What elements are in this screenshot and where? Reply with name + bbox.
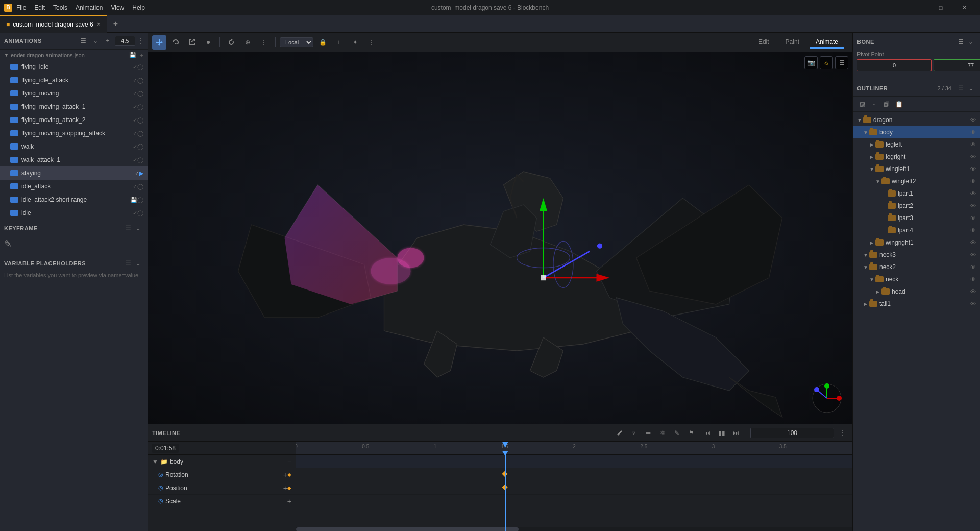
anim-item-flying-moving-stopping[interactable]: flying_moving_stopping_attack ✓ ◯	[0, 127, 148, 140]
minimize-button[interactable]: −	[905, 0, 929, 15]
anim-item-flying-idle[interactable]: flying_idle ✓ ◯	[0, 60, 148, 74]
outliner-item-lpart2[interactable]: lpart2 👁	[853, 200, 980, 212]
keyframe-menu-icon[interactable]: ☰	[123, 223, 133, 233]
anim-play-icon[interactable]: ◯	[137, 117, 143, 124]
file-add-icon[interactable]: +	[140, 52, 143, 58]
outliner-collapse-icon[interactable]: ⌄	[966, 83, 976, 93]
outliner-paste-icon[interactable]: 📋	[894, 99, 904, 109]
reset-tool-button[interactable]	[224, 35, 238, 50]
tail1-visibility-icon[interactable]: 👁	[970, 301, 976, 307]
dragon-visibility-icon[interactable]: 👁	[970, 117, 976, 123]
outliner-item-wingleft2[interactable]: ▼ wingleft2 👁	[853, 175, 980, 187]
anim-item-idle-attack[interactable]: idle_attack ✓ ◯	[0, 180, 148, 193]
anim-play-icon[interactable]: ◯	[137, 183, 143, 190]
scale-add-keyframe-button[interactable]: +	[287, 497, 291, 505]
anim-item-walk[interactable]: walk ✓ ◯	[0, 140, 148, 153]
outliner-copy-icon[interactable]: 🗐	[881, 99, 892, 109]
pause-button[interactable]: ▮▮	[716, 427, 728, 439]
viewport-image-button[interactable]: 📷	[804, 56, 818, 69]
add-animation-button[interactable]: +	[103, 36, 113, 46]
keyframe-pencil-icon[interactable]: ✎	[4, 239, 12, 249]
lpart3-visibility-icon[interactable]: 👁	[970, 215, 976, 221]
new-tab-button[interactable]: +	[107, 19, 124, 29]
anim-play-icon[interactable]: ◯	[137, 104, 143, 110]
maximize-button[interactable]: □	[929, 0, 952, 15]
lock-tool-button[interactable]: 🔒	[315, 35, 330, 50]
outliner-history-icon[interactable]: ◦	[869, 99, 879, 109]
timeline-rotation-row[interactable]: ◎ Rotation + ◆	[148, 468, 296, 481]
outliner-item-legleft[interactable]: ► legleft 👁	[853, 138, 980, 151]
outliner-item-neck3[interactable]: ▼ neck3 👁	[853, 249, 980, 261]
anim-check-icon[interactable]: ✓	[133, 157, 137, 163]
position-keyframe-icon[interactable]: ◆	[287, 485, 291, 491]
outliner-item-neck[interactable]: ▼ neck 👁	[853, 273, 980, 285]
anim-play-icon[interactable]: ◯	[137, 64, 143, 70]
active-tab[interactable]: ■ custom_model dragon save 6 ✕	[0, 15, 107, 33]
tab-close-icon[interactable]: ✕	[96, 21, 101, 27]
outliner-item-lpart3[interactable]: lpart3 👁	[853, 212, 980, 224]
outliner-view-icon[interactable]: ▨	[857, 99, 867, 109]
anim-check-icon[interactable]: ✓	[133, 143, 137, 150]
variables-menu-icon[interactable]: ☰	[123, 258, 133, 269]
anim-play-icon[interactable]: ◯	[137, 130, 143, 137]
anim-item-staying[interactable]: staying ✓ ▶	[0, 166, 148, 180]
keyframe-collapse-icon[interactable]: ⌄	[133, 223, 143, 233]
close-button[interactable]: ✕	[952, 0, 976, 15]
outliner-item-neck2[interactable]: ▼ neck2 👁	[853, 261, 980, 273]
neck2-visibility-icon[interactable]: 👁	[970, 264, 976, 270]
anim-play-icon[interactable]: ◯	[137, 143, 143, 150]
timeline-align-icon[interactable]: ═	[642, 427, 654, 439]
timeline-body-row[interactable]: ▼ 📁 body −	[148, 455, 296, 468]
body-expand-icon[interactable]: ▼	[152, 458, 158, 465]
grid-tool-button[interactable]: ✦	[348, 35, 362, 50]
tab-edit[interactable]: Edit	[752, 36, 775, 49]
bone-collapse-icon[interactable]: ⌄	[966, 37, 976, 47]
anim-item-walk-attack[interactable]: walk_attack_1 ✓ ◯	[0, 153, 148, 166]
menu-animation[interactable]: Animation	[76, 4, 103, 11]
more-options-button[interactable]: ⋮	[364, 35, 379, 50]
anim-check-icon[interactable]: 💾	[130, 197, 137, 203]
rotation-keyframe-icon[interactable]: ◆	[287, 472, 291, 477]
tab-animate[interactable]: Animate	[810, 36, 844, 49]
anim-item-flying-moving[interactable]: flying_moving ✓ ◯	[0, 87, 148, 100]
menu-tools[interactable]: Tools	[53, 4, 67, 11]
play-to-end-button[interactable]: ⏭	[730, 427, 742, 439]
play-to-start-button[interactable]: ⏮	[701, 427, 714, 439]
anim-item-flying-moving-attack2[interactable]: flying_moving_attack_2 ✓ ◯	[0, 113, 148, 127]
more-tool-button[interactable]: ⋮	[257, 35, 271, 50]
menu-edit[interactable]: Edit	[34, 4, 45, 11]
head-visibility-icon[interactable]: 👁	[970, 288, 976, 295]
pivot-x-input[interactable]	[857, 59, 932, 71]
pivot-y-input[interactable]	[934, 59, 980, 71]
legright-visibility-icon[interactable]: 👁	[970, 154, 976, 160]
anim-play-icon[interactable]: ▶	[139, 170, 143, 177]
anim-item-idle-attack2[interactable]: idle_attack2 short range 💾 ◯	[0, 193, 148, 206]
origin-tool-button[interactable]: ⊕	[240, 35, 255, 50]
outliner-menu-icon[interactable]: ☰	[955, 83, 966, 93]
animations-collapse-icon[interactable]: ⌄	[90, 36, 101, 46]
body-visibility-icon[interactable]: 👁	[970, 129, 976, 135]
menu-view[interactable]: View	[111, 4, 124, 11]
file-save-icon[interactable]: 💾	[129, 52, 136, 58]
anim-check-icon[interactable]: ✓	[133, 90, 137, 97]
outliner-item-wingleft1[interactable]: ▼ wingleft1 👁	[853, 163, 980, 175]
menu-file[interactable]: File	[16, 4, 26, 11]
anim-play-icon[interactable]: ◯	[137, 210, 143, 216]
pivot-tool-button[interactable]	[201, 35, 215, 50]
lpart4-visibility-icon[interactable]: 👁	[970, 227, 976, 233]
timeline-scrollbar-thumb[interactable]	[296, 527, 519, 531]
viewport[interactable]: 📷 ☼ ☰	[148, 52, 852, 424]
coordinate-mode-select[interactable]: Local Global	[280, 37, 313, 47]
timeline-filter-icon[interactable]: ▿	[628, 427, 640, 439]
scale-tool-button[interactable]	[185, 35, 199, 50]
outliner-item-lpart1[interactable]: lpart1 👁	[853, 187, 980, 200]
wingright1-visibility-icon[interactable]: 👁	[970, 239, 976, 246]
neck3-visibility-icon[interactable]: 👁	[970, 252, 976, 258]
viewport-light-button[interactable]: ☼	[820, 56, 833, 69]
anim-item-flying-moving-attack1[interactable]: flying_moving_attack_1 ✓ ◯	[0, 100, 148, 113]
lpart1-visibility-icon[interactable]: 👁	[970, 190, 976, 197]
variables-collapse-icon[interactable]: ⌄	[133, 258, 143, 269]
viewport-menu-button[interactable]: ☰	[835, 56, 848, 69]
playhead[interactable]	[505, 455, 506, 531]
anim-check-icon[interactable]: ✓	[135, 170, 139, 177]
